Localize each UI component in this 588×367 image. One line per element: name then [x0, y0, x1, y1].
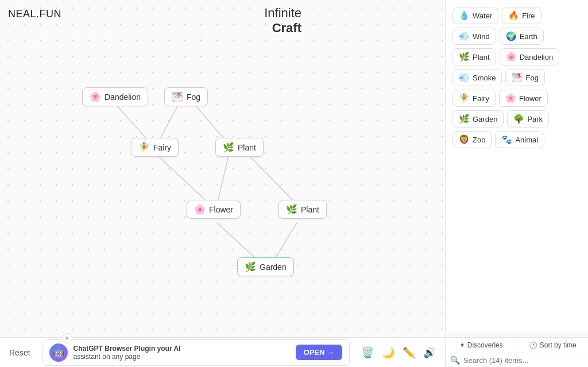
node-dandelion[interactable]: 🌸 Dandelion: [82, 87, 148, 106]
discoveries-label: Discoveries: [467, 341, 503, 349]
edit-icon[interactable]: ✏️: [403, 346, 415, 359]
ad-banner: × 🤖 ChatGPT Browser Plugin your AI assis…: [42, 339, 350, 366]
wind-label: Wind: [473, 32, 490, 41]
night-mode-icon[interactable]: 🌙: [382, 346, 394, 359]
reset-button[interactable]: Reset: [9, 348, 30, 357]
node-plant2[interactable]: 🌿 Plant: [278, 200, 327, 219]
bottom-bar: Reset × 🤖 ChatGPT Browser Plugin your AI…: [0, 337, 445, 367]
search-input[interactable]: [463, 356, 583, 365]
fog-label: Fog: [525, 74, 538, 82]
sidebar-item-earth[interactable]: 🌍 Earth: [500, 28, 544, 45]
sidebar-item-dandelion[interactable]: 🌸 Dandelion: [500, 48, 560, 65]
water-emoji: 💧: [459, 10, 470, 21]
sidebar-item-fog[interactable]: 🌁 Fog: [505, 69, 544, 86]
plant-emoji: 🌿: [459, 52, 470, 62]
logo: NEAL.FUN: [8, 8, 61, 20]
game-title-line1: Infinite: [264, 6, 301, 21]
sidebar-item-smoke[interactable]: 💨 Smoke: [452, 69, 502, 86]
sidebar-item-water[interactable]: 💧 Water: [452, 7, 498, 24]
svg-line-4: [217, 150, 230, 204]
garden-emoji: 🌿: [459, 114, 470, 124]
node-plant1-label: Plant: [238, 143, 256, 152]
sidebar-search: 🔍: [446, 353, 588, 367]
flower-label: Flower: [519, 94, 541, 103]
sidebar-item-zoo[interactable]: 🦁 Zoo: [452, 131, 492, 148]
node-flower-label: Flower: [209, 205, 233, 214]
svg-line-3: [152, 150, 211, 206]
node-fog[interactable]: 🌁 Fog: [164, 87, 208, 106]
node-fairy-label: Fairy: [153, 143, 171, 152]
node-fog-label: Fog: [187, 92, 200, 102]
sidebar-tabs: ✦ Discoveries 🕐 Sort by time: [446, 338, 588, 353]
fairy-emoji: 🧚: [459, 93, 470, 103]
node-plant1[interactable]: 🌿 Plant: [215, 138, 264, 157]
node-garden-emoji: 🌿: [245, 261, 256, 272]
flower-emoji: 🌸: [505, 93, 516, 103]
ad-title: ChatGPT Browser Plugin your AI: [74, 345, 290, 353]
earth-label: Earth: [520, 32, 537, 41]
node-plant2-label: Plant: [301, 205, 319, 214]
water-label: Water: [473, 11, 492, 20]
zoo-emoji: 🦁: [459, 134, 470, 145]
delete-icon[interactable]: 🗑️: [361, 346, 374, 359]
ad-open-button[interactable]: OPEN →: [296, 345, 342, 360]
tab-sort[interactable]: 🕐 Sort by time: [517, 338, 589, 353]
animal-label: Animal: [515, 136, 538, 144]
discoveries-icon: ✦: [459, 341, 465, 349]
bottom-icons: 🗑️ 🌙 ✏️ 🔊: [361, 346, 436, 359]
node-garden-label: Garden: [260, 262, 287, 272]
wind-emoji: 💨: [459, 31, 470, 41]
ad-close-button[interactable]: ×: [62, 333, 72, 343]
fire-label: Fire: [522, 11, 535, 20]
node-dandelion-label: Dandelion: [105, 92, 141, 102]
ad-text: ChatGPT Browser Plugin your AI assistant…: [74, 345, 290, 361]
garden-label: Garden: [473, 115, 497, 123]
plant-label: Plant: [473, 53, 490, 61]
svg-line-5: [244, 150, 297, 204]
search-icon: 🔍: [450, 356, 460, 365]
connections-svg: [0, 0, 445, 333]
animal-emoji: 🐾: [501, 134, 512, 145]
game-title-line2: Craft: [264, 21, 301, 36]
node-flower-emoji: 🌸: [194, 204, 206, 215]
sidebar-item-park[interactable]: 🌳 Park: [507, 110, 549, 128]
sort-icon: 🕐: [529, 341, 537, 349]
node-fog-emoji: 🌁: [172, 91, 183, 102]
dandelion-label: Dandelion: [520, 53, 554, 61]
node-dandelion-emoji: 🌸: [90, 91, 101, 102]
sidebar-item-grid: 💧 Water 🔥 Fire 💨 Wind 🌍 Earth 🌿 Plant 🌸 …: [450, 5, 583, 150]
sidebar-item-wind[interactable]: 💨 Wind: [452, 28, 496, 45]
fairy-label: Fairy: [473, 94, 489, 103]
sound-icon[interactable]: 🔊: [423, 346, 436, 359]
sidebar: 💧 Water 🔥 Fire 💨 Wind 🌍 Earth 🌿 Plant 🌸 …: [445, 0, 588, 333]
tab-discoveries[interactable]: ✦ Discoveries: [446, 338, 517, 353]
node-plant2-emoji: 🌿: [286, 204, 297, 215]
sidebar-item-flower[interactable]: 🌸 Flower: [499, 90, 548, 107]
ad-subtitle: assistant on any page: [74, 353, 141, 361]
sidebar-bottom: ✦ Discoveries 🕐 Sort by time 🔍: [445, 337, 588, 367]
sort-label: Sort by time: [540, 341, 577, 349]
sidebar-item-plant[interactable]: 🌿 Plant: [452, 48, 496, 65]
sidebar-item-garden[interactable]: 🌿 Garden: [452, 110, 504, 128]
node-fairy-emoji: 🧚: [138, 142, 150, 153]
smoke-label: Smoke: [473, 74, 496, 82]
canvas-area[interactable]: NEAL.FUN Infinite Craft 🌸 Dandelion 🌁 Fo…: [0, 0, 445, 367]
park-emoji: 🌳: [513, 114, 524, 124]
node-fairy[interactable]: 🧚 Fairy: [131, 138, 179, 157]
zoo-label: Zoo: [473, 136, 485, 144]
node-flower[interactable]: 🌸 Flower: [187, 200, 241, 219]
park-label: Park: [527, 115, 543, 123]
earth-emoji: 🌍: [506, 31, 517, 41]
game-title: Infinite Craft: [264, 6, 301, 36]
node-plant1-emoji: 🌿: [223, 142, 234, 153]
fire-emoji: 🔥: [508, 10, 519, 21]
fog-emoji: 🌁: [512, 72, 523, 83]
node-garden[interactable]: 🌿 Garden: [237, 257, 294, 276]
sidebar-item-fairy[interactable]: 🧚 Fairy: [452, 90, 496, 107]
dandelion-emoji: 🌸: [506, 52, 517, 62]
smoke-emoji: 💨: [459, 72, 470, 83]
sidebar-item-animal[interactable]: 🐾 Animal: [495, 131, 544, 148]
logo-text: NEAL.FUN: [8, 8, 61, 20]
ad-logo: 🤖: [49, 343, 68, 362]
sidebar-item-fire[interactable]: 🔥 Fire: [502, 7, 541, 24]
